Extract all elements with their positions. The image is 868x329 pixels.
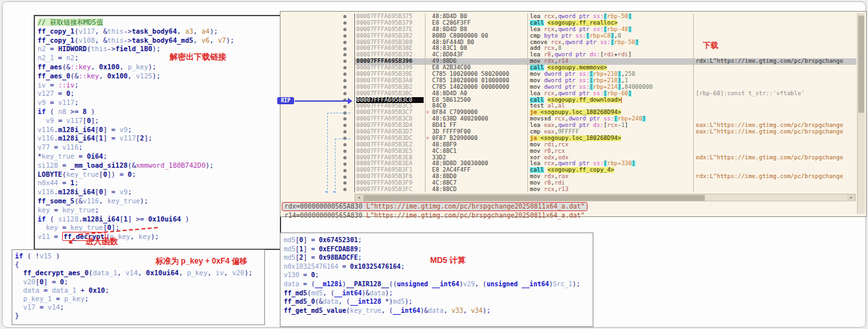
- code-line[interactable]: *key_true = 0i64;: [38, 152, 280, 161]
- disasm-row[interactable]: 00007FFFA695B39649:8BD6mov rdx,r14rdx:L"…: [355, 58, 856, 65]
- breakpoint-dot[interactable]: [343, 150, 347, 153]
- breakpoint-dot[interactable]: [343, 169, 347, 172]
- breakpoint-dot[interactable]: [343, 92, 347, 95]
- code-line[interactable]: md5[1] = 0xEFCDAB89;: [284, 245, 593, 254]
- disasm-row[interactable]: 00007FFFA695B382808D C8000000 00cmp byte…: [355, 33, 856, 40]
- breakpoint-dot[interactable]: [343, 53, 347, 56]
- disasm-row[interactable]: 00007FFFA695B3E248:8BF9mov rdi,rcx: [355, 142, 856, 148]
- code-line[interactable]: v127 = 0;: [38, 89, 280, 98]
- breakpoint-dot[interactable]: [343, 124, 347, 127]
- disasm-row[interactable]: 00007FFFA695B3FC48:8BCDmov rcx,r13: [355, 187, 856, 192]
- breakpoint-dot[interactable]: [343, 41, 347, 44]
- breakpoint-dot[interactable]: [343, 156, 347, 159]
- code-line[interactable]: ff_copy_1(v117, &this->task_body64, a3, …: [38, 27, 280, 36]
- disasm-row[interactable]: 00007FFFA695B38948:0F444D B0cmove rcx,qw…: [355, 40, 856, 46]
- breakpoint-dot[interactable]: [343, 105, 347, 108]
- code-line[interactable]: n2_1 = n2;: [38, 54, 280, 63]
- disasm-row[interactable]: 00007FFFA695B3DC∨0F87 B2090000ja <sogoup…: [355, 135, 856, 142]
- breakpoint-dot[interactable]: [343, 60, 347, 63]
- disasm-row[interactable]: 00007FFFA695B37E48:8D4D B8lea rcx,qword …: [355, 27, 856, 33]
- code-line[interactable]: }: [15, 312, 264, 320]
- code-line[interactable]: if ( n8 >= 8 ): [38, 108, 280, 117]
- disasm-row[interactable]: 00007FFFA695B3F648:8BD0mov rdx,raxrdx:L"…: [355, 174, 856, 180]
- code-line[interactable]: v130 = 0;: [284, 271, 593, 280]
- disasm-row[interactable]: 00007FFFA695B379E8 C286F3FFcall <sogoupy…: [355, 20, 856, 27]
- code-line[interactable]: ff_aes(&::key, 0x100, p_key);: [38, 63, 280, 72]
- code-line[interactable]: si128 = _mm_load_si128(&xmmword_180B742D…: [38, 161, 280, 170]
- code-line[interactable]: ff_aes_0(&::key, 0x100, v125);: [38, 72, 280, 81]
- breakpoint-dot[interactable]: [343, 130, 347, 133]
- disasm-row[interactable]: 00007FFFA695B3E54C:8BC1mov r8,rcx: [355, 148, 856, 155]
- breakpoint-dot[interactable]: [343, 188, 347, 191]
- code-line[interactable]: v17 = v14;: [15, 303, 264, 312]
- breakpoint-dot[interactable]: [343, 47, 347, 51]
- code-line[interactable]: v9 = v117[0];: [38, 117, 280, 126]
- disasm-row[interactable]: 00007FFFA695B399E8 A2B34C00call <sogoupy…: [355, 65, 856, 71]
- disasm-row[interactable]: 00007FFFA695B3CD48:638D 40020000movsxd r…: [355, 116, 856, 122]
- code-line[interactable]: data = data_1 + 0x10;: [15, 286, 264, 295]
- disasm-row[interactable]: 00007FFFA695B3E833D2xor edx,edxedx:L"htt…: [355, 155, 856, 161]
- code-token: , (: [475, 280, 486, 288]
- code-line[interactable]: v20[0] = 0;: [15, 278, 264, 286]
- code-line[interactable]: if ( si128.m128i_i64[1] >= 0x10ui64 ): [38, 215, 280, 224]
- scroll-left-button[interactable]: ◂: [355, 194, 363, 201]
- disasm-row[interactable]: 00007FFFA695B3D73D FFFF9F00cmp eax,9FFFF…: [355, 129, 856, 135]
- code-line[interactable]: md5[0] = 0x67452301;: [284, 236, 593, 245]
- breakpoint-dot[interactable]: [343, 117, 347, 120]
- disasm-row[interactable]: 00007FFFA695B3924C:8D043Flea r8,qword pt…: [355, 52, 856, 58]
- disasm-row[interactable]: 00007FFFA695B3C0E8 5B612500call <sogoupy…: [355, 97, 856, 104]
- breakpoint-dot[interactable]: [343, 28, 347, 31]
- code-line[interactable]: v9 = v117;: [38, 98, 280, 108]
- disasm-row[interactable]: 00007FFFA695B3D48D41 FFlea eax,qword ptr…: [355, 122, 856, 129]
- disasm-row[interactable]: 00007FFFA695B38E48:83C1 08add rcx,8: [355, 45, 856, 52]
- disasm-row[interactable]: 00007FFFA695B3F94C:8BC7mov r8,rdi: [355, 180, 856, 187]
- disasm-row[interactable]: 00007FFFA695B3F1E8 2AC4F4FFcall <sogoupy…: [355, 167, 856, 174]
- code-line[interactable]: ff_get_md5_value(key_true, (__int64)&dat…: [284, 306, 593, 315]
- breakpoint-dot[interactable]: [343, 143, 347, 146]
- scrollbar-thumb[interactable]: [363, 195, 705, 201]
- code-line[interactable]: ff_copy_1(v108, &this->task_body64_md5, …: [38, 36, 280, 45]
- code-line[interactable]: p_key_1 = p_key;: [15, 295, 264, 303]
- horizontal-scrollbar[interactable]: ◂ ▸: [354, 194, 856, 201]
- code-line[interactable]: v77 = v116;: [38, 143, 280, 152]
- code-line[interactable]: iv = ::iv;: [38, 81, 280, 90]
- breakpoint-dot[interactable]: [343, 21, 347, 25]
- breakpoint-dot[interactable]: [343, 79, 347, 82]
- code-line[interactable]: v116.m128i_i64[0] = v9;: [38, 126, 280, 135]
- code-line[interactable]: LOBYTE(key_true[0]) = 0;: [38, 170, 280, 179]
- code-line[interactable]: // 获取链接和MD5值: [38, 18, 280, 27]
- code-line[interactable]: ff_md5(md5, (__int64)&data);: [284, 289, 593, 298]
- code-line[interactable]: ff_decrypt_aes_0(data_1, v14, 0x10ui64, …: [15, 269, 264, 277]
- disasm-row[interactable]: 00007FFFA695B39EC785 10020000 58020000mo…: [355, 71, 856, 78]
- breakpoint-dot[interactable]: [343, 181, 347, 185]
- breakpoint-dot[interactable]: [343, 85, 347, 89]
- vertical-scrollbar[interactable]: [857, 13, 865, 214]
- disasm-row[interactable]: 00007FFFA695B3EA48:8D8D 30030000lea rcx,…: [355, 161, 856, 167]
- code-line[interactable]: ff_some_5(&v116, key_true);: [38, 197, 280, 206]
- code-line[interactable]: v116.m128i_i64[0] = v9;: [38, 188, 280, 197]
- disasm-row[interactable]: 00007FFFA695B3B2C785 14020000 00000000mo…: [355, 84, 856, 91]
- code-line[interactable]: ff_md5_0(&data, (__int128 *)md5);: [284, 297, 593, 306]
- disasm-row[interactable]: 00007FFFA695B3C7∨0F84 C7090000je <sogoup…: [355, 109, 856, 116]
- code-line[interactable]: key = key_true[0];: [38, 223, 280, 233]
- code-line[interactable]: v116.m128i_i64[1] = v117[2];: [38, 134, 280, 143]
- code-line[interactable]: key = key_true;: [38, 206, 280, 215]
- breakpoint-dot[interactable]: [343, 34, 347, 38]
- code-line[interactable]: n2 = HIDWORD(this->field_1B0);: [38, 45, 280, 54]
- code-line[interactable]: data = (__m128i)__PAIR128__((unsigned __…: [284, 280, 593, 289]
- breakpoint-dot[interactable]: [343, 66, 347, 69]
- disasm-row[interactable]: 00007FFFA695B3C584C0test al,al: [355, 103, 856, 109]
- code-token: rbp-50: [614, 40, 635, 45]
- disasm-row[interactable]: 00007FFFA695B37548:8D4D B0lea rcx,qword …: [355, 14, 856, 20]
- scrollbar-thumb[interactable]: [858, 16, 864, 113]
- code-token: {: [15, 260, 19, 268]
- code-token: ,: [207, 269, 216, 277]
- scroll-right-button[interactable]: ▸: [847, 194, 855, 201]
- disasm-row[interactable]: 00007FFFA695B3A8C785 18020000 01000000mo…: [355, 78, 856, 84]
- code-line[interactable]: n0x44 = 1;: [38, 179, 280, 188]
- breakpoint-dot[interactable]: [343, 73, 347, 76]
- breakpoint-dot[interactable]: [343, 163, 347, 166]
- disasm-row[interactable]: 00007FFFA695B3BC48:8D4D A0lea rcx,qword …: [355, 91, 856, 97]
- breakpoint-dot[interactable]: [343, 15, 347, 18]
- breakpoint-dot[interactable]: [343, 176, 347, 179]
